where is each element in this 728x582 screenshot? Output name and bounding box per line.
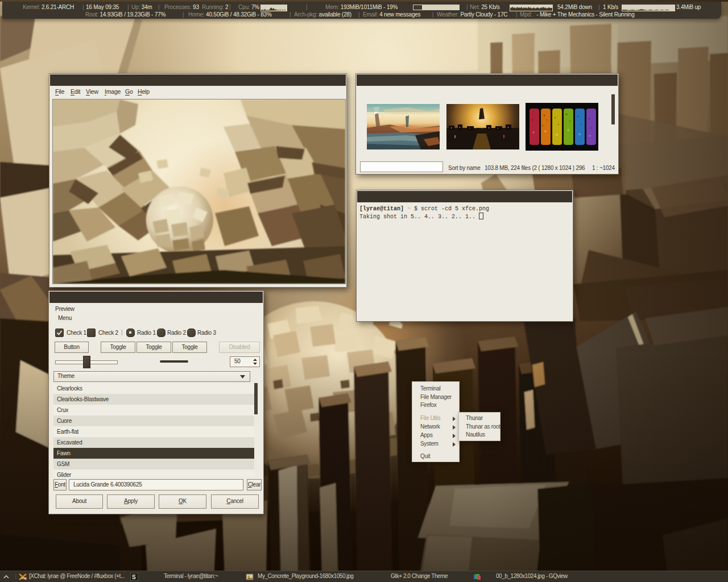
svg-text:aghalie.deviantart.com: aghalie.deviantart.com [57, 278, 89, 281]
svg-text:chat: chat [21, 576, 27, 580]
svg-text:S: S [132, 574, 136, 580]
